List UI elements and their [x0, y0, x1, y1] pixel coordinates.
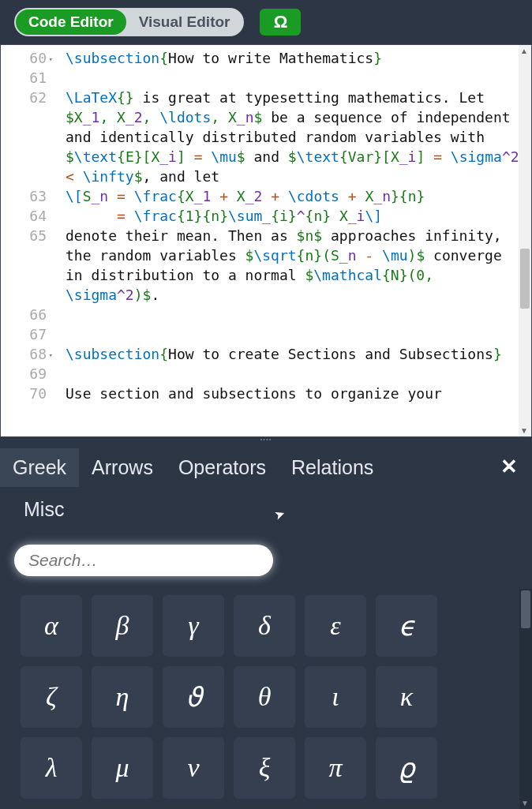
symbol-tab-arrows[interactable]: Arrows [79, 448, 166, 487]
symbol-η[interactable]: η [92, 666, 153, 728]
editor-mode-toggle: Code Editor Visual Editor [14, 8, 244, 36]
line-number: 70 [1, 384, 47, 403]
symbol-tab-relations[interactable]: Relations [279, 448, 386, 487]
code-line[interactable]: = \frac{1}{n}\sum_{i}^{n} X_i\] [66, 206, 523, 226]
line-number: 67 [1, 324, 47, 344]
code-line[interactable]: Use section and subsections to organize … [66, 384, 523, 403]
code-editor-tab[interactable]: Code Editor [16, 9, 126, 35]
symbol-ϱ[interactable]: ϱ [376, 737, 437, 799]
line-number: 62 [1, 88, 47, 186]
code-line[interactable]: \[S_n = \frac{X_1 + X_2 + \cdots + X_n}{… [66, 186, 523, 206]
code-line[interactable]: \subsection{How to write Mathematics} [66, 48, 523, 68]
scroll-down-icon[interactable]: ▼ [520, 426, 528, 435]
editor-toolbar: Code Editor Visual Editor Ω [0, 0, 532, 44]
symbol-scrollbar[interactable]: ▲ ▼ [519, 589, 532, 809]
symbol-tab-operators[interactable]: Operators [166, 448, 279, 487]
code-line[interactable]: \LaTeX{} is great at typesetting mathema… [66, 88, 523, 186]
code-line[interactable] [66, 305, 523, 324]
symbol-ξ[interactable]: ξ [234, 737, 295, 799]
symbol-γ[interactable]: γ [163, 595, 224, 657]
code-line[interactable]: denote their mean. Then as $n$ approache… [66, 226, 523, 305]
symbol-ϑ[interactable]: ϑ [163, 666, 224, 728]
visual-editor-tab[interactable]: Visual Editor [126, 9, 243, 35]
line-number: 68 [1, 344, 47, 364]
symbol-tabs: GreekArrowsOperatorsRelations ✕ [0, 442, 532, 487]
code-line[interactable]: \subsection{How to create Sections and S… [66, 344, 523, 364]
scroll-up-icon[interactable]: ▲ [520, 47, 528, 55]
code-line[interactable] [66, 364, 523, 384]
symbol-κ[interactable]: κ [376, 666, 437, 728]
symbol-tab-misc[interactable]: Misc [11, 490, 532, 529]
symbol-tabs-row2: Misc [0, 487, 532, 537]
symbol-palette-toggle[interactable]: Ω [260, 9, 301, 36]
symbol-ζ[interactable]: ζ [21, 666, 82, 728]
symbol-π[interactable]: π [305, 737, 366, 799]
code-area[interactable]: \subsection{How to write Mathematics} \L… [56, 45, 531, 436]
editor-scroll-thumb[interactable] [520, 249, 530, 309]
symbol-palette: GreekArrowsOperatorsRelations ✕ Misc αβγ… [0, 442, 532, 809]
symbol-grid: αβγδεϵζηϑθικλμνξπϱ [0, 589, 532, 805]
symbol-λ[interactable]: λ [21, 737, 82, 799]
line-gutter: 6061626364656667686970 [1, 45, 56, 436]
code-line[interactable] [66, 68, 523, 88]
line-number: 61 [1, 68, 47, 88]
symbol-ν[interactable]: ν [163, 737, 224, 799]
code-editor[interactable]: 6061626364656667686970 \subsection{How t… [0, 44, 532, 437]
line-number: 64 [1, 206, 47, 226]
line-number: 69 [1, 364, 47, 384]
symbol-ε[interactable]: ε [305, 595, 366, 657]
line-number: 63 [1, 186, 47, 206]
symbol-β[interactable]: β [92, 595, 153, 657]
symbol-μ[interactable]: μ [92, 737, 153, 799]
symbol-ϵ[interactable]: ϵ [376, 595, 437, 657]
editor-scrollbar[interactable]: ▲ ▼ [519, 45, 531, 436]
scroll-down-icon[interactable]: ▼ [521, 799, 529, 807]
close-icon[interactable]: ✕ [500, 455, 518, 479]
line-number: 66 [1, 305, 47, 324]
symbol-α[interactable]: α [21, 595, 82, 657]
symbol-scroll-thumb[interactable] [521, 590, 530, 628]
line-number: 60 [1, 48, 47, 68]
symbol-ι[interactable]: ι [305, 666, 366, 728]
symbol-tab-greek[interactable]: Greek [0, 448, 79, 487]
symbol-θ[interactable]: θ [234, 666, 295, 728]
line-number: 65 [1, 226, 47, 305]
symbol-search-input[interactable] [14, 545, 273, 576]
code-line[interactable] [66, 324, 523, 344]
symbol-δ[interactable]: δ [234, 595, 295, 657]
